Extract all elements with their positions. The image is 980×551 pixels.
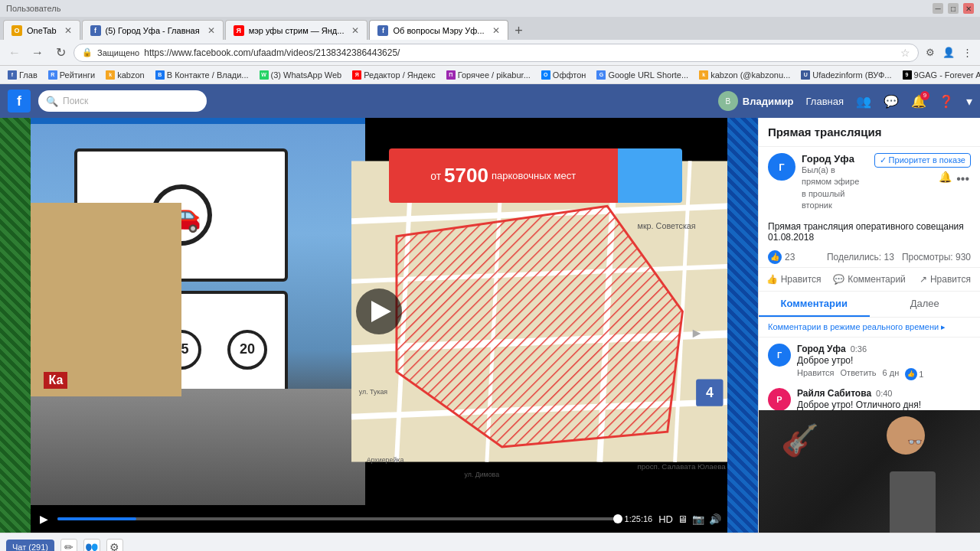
screen-icon[interactable]: 🖥	[678, 514, 688, 525]
bookmark-main[interactable]: f Глав	[5, 69, 41, 81]
camera-icon[interactable]: 📷	[692, 514, 704, 525]
chat-edit-button[interactable]: ✏	[60, 539, 77, 552]
play-pause-button[interactable]: ▶	[37, 511, 51, 527]
reload-button[interactable]: ↻	[51, 43, 70, 63]
minimize-button[interactable]: ─	[933, 3, 943, 14]
browser-chrome: Пользователь ─ □ ✕ O OneTab ✕ f (5) Горо…	[0, 0, 980, 84]
tab-close-yandex[interactable]: ✕	[351, 25, 359, 36]
volume-icon[interactable]: 🔊	[709, 514, 721, 525]
messages-icon[interactable]: 💬	[884, 94, 899, 109]
tab-facebook-main[interactable]: f (5) Город Уфа - Главная ✕	[82, 20, 224, 40]
help-icon[interactable]: ❓	[939, 94, 954, 109]
main-content: 🚗 10 15 20 Ка	[0, 118, 980, 533]
comment-button[interactable]: 💬 Комментарий	[828, 269, 910, 289]
bookmark-pikabu[interactable]: П Горячее / pikabur...	[443, 69, 534, 81]
bookmark-ratings[interactable]: R Рейтинги	[45, 69, 99, 81]
share-button[interactable]: ↗ Нравится	[910, 269, 980, 289]
page-meta-line3: в прошлый вторник	[802, 189, 844, 210]
tab-close-fb-video[interactable]: ✕	[492, 25, 500, 36]
realtime-notice[interactable]: Комментарии в режиме реального времени ▸	[759, 318, 980, 337]
tab-comments[interactable]: Комментарии	[759, 292, 870, 317]
bookmark-whatsapp[interactable]: W (3) WhatsApp Web	[256, 69, 345, 81]
control-icons: HD 🖥 📷 🔊	[658, 514, 721, 525]
maximize-button[interactable]: □	[948, 3, 959, 14]
tab-favicon-onetab: O	[11, 25, 22, 36]
chat-settings-button[interactable]: ⚙	[106, 539, 123, 552]
facebook-logo[interactable]: f	[8, 90, 31, 112]
comment-date-1: 6 дн	[883, 368, 900, 380]
more-options-icon[interactable]: •••	[955, 171, 971, 187]
back-button[interactable]: ←	[5, 43, 24, 63]
facebook-nav: f 🔍 Поиск В Владимир Главная 👥 💬 🔔 9 ❓ ▾	[0, 84, 980, 118]
prioritize-button[interactable]: ✓ Приоритет в показе	[874, 153, 971, 168]
bookmark-star-icon[interactable]: ☆	[900, 47, 910, 59]
bookmark-google-url[interactable]: G Google URL Shorte...	[593, 69, 691, 81]
tab-next[interactable]: Далее	[870, 292, 981, 317]
webcam-content: 🎸 👓	[759, 410, 980, 533]
progress-fill	[57, 517, 136, 520]
tab-close-onetab[interactable]: ✕	[64, 25, 72, 36]
comment-time-2: 0:40	[876, 389, 892, 398]
bookmark-label-vk: В Контакте / Влади...	[167, 70, 249, 80]
home-nav-link[interactable]: Главная	[806, 96, 844, 107]
page-info: Г Город Уфа Был(а) в прямом эфире в прош…	[759, 147, 980, 218]
comment-author-1[interactable]: Город Уфа	[797, 344, 846, 354]
video-right-panel: мкр. Советская просп. Салавата Юлаева Ар…	[351, 118, 727, 505]
tab-onetab[interactable]: O OneTab ✕	[3, 20, 80, 40]
search-placeholder: Поиск	[63, 96, 88, 106]
user-name-nav: Владимир	[743, 96, 794, 107]
comment-avatar-2[interactable]: Р	[768, 388, 791, 410]
extensions-icon[interactable]: ⚙	[922, 44, 939, 61]
bookmark-offton[interactable]: О Оффтон	[538, 69, 590, 81]
bookmark-ufadez[interactable]: U Ufadezinform (ВУФ...	[798, 69, 894, 81]
account-icon[interactable]: 👤	[940, 44, 957, 61]
chat-button[interactable]: Чат (291)	[6, 540, 54, 552]
comment-avatar-1[interactable]: Г	[768, 344, 791, 367]
share-label: Нравится	[930, 274, 971, 285]
comment-icon: 💬	[833, 274, 844, 285]
guitar-icon: 🎸	[781, 422, 819, 458]
reactions-count: 23	[785, 252, 795, 262]
bookmark-yandex-edit[interactable]: Я Редактор / Яндекс	[349, 69, 439, 81]
page-avatar[interactable]: Г	[768, 153, 795, 181]
bookmark-9gag[interactable]: 9 9GAG - Forever Alo...	[900, 69, 980, 81]
svg-text:ул. Димова: ул. Димова	[464, 471, 499, 478]
address-bar[interactable]: 🔒 Защищено https://www.facebook.com/ufaa…	[74, 44, 919, 62]
tab-facebook-video[interactable]: f Об вопросы Мэру Уф... ✕	[369, 20, 508, 40]
user-profile-nav[interactable]: В Владимир	[718, 91, 794, 111]
comment-author-2[interactable]: Райля Сабитова	[797, 388, 871, 399]
progress-dot	[613, 514, 622, 523]
menu-icon[interactable]: ⋮	[959, 44, 975, 61]
forward-button[interactable]: →	[28, 43, 47, 63]
parking-callout: от 5700 парковочных мест	[389, 148, 682, 203]
page-name[interactable]: Город Уфа	[802, 153, 868, 165]
comment-like-1[interactable]: Нравится	[797, 368, 835, 380]
comment-item-2: Р Райля Сабитова 0:40 Доброе утро! Отлич…	[768, 388, 971, 410]
facebook-search-bar[interactable]: 🔍 Поиск	[38, 90, 207, 112]
bell-icon[interactable]: 🔔	[939, 171, 952, 187]
bookmark-vk[interactable]: В В Контакте / Влади...	[152, 69, 252, 81]
play-triangle-icon	[371, 301, 391, 322]
speed-20: 20	[227, 330, 267, 370]
close-button[interactable]: ✕	[963, 3, 974, 14]
shares-views: Поделились: 13 Просмотры: 930	[827, 252, 971, 262]
friends-icon[interactable]: 👥	[856, 94, 871, 109]
tab-yandex[interactable]: Я мэр уфы стрим — Янд... ✕	[225, 20, 368, 40]
tab-close-fb-main[interactable]: ✕	[207, 25, 215, 36]
progress-bar[interactable]	[57, 517, 619, 520]
bookmark-icon-yandex-edit: Я	[352, 70, 361, 80]
notifications-icon[interactable]: 🔔 9	[911, 94, 926, 109]
account-menu-icon[interactable]: ▾	[966, 94, 972, 109]
play-button[interactable]	[356, 289, 402, 334]
bookmark-kabzon[interactable]: k kabzon	[103, 69, 147, 81]
chat-users-button[interactable]: 👥	[83, 539, 100, 552]
nav-icons: ⚙ 👤 ⋮	[922, 44, 975, 61]
bookmark-label-kabzon2: kabzon (@kabzonu...	[710, 70, 790, 80]
building-background	[31, 203, 181, 396]
bookmark-icon-9gag: 9	[903, 70, 912, 80]
bottom-bar: Чат (291) ✏ 👥 ⚙	[0, 533, 980, 551]
bookmark-kabzon2[interactable]: k kabzon (@kabzonu...	[696, 69, 793, 81]
comment-reply-1[interactable]: Ответить	[841, 368, 877, 380]
like-button[interactable]: 👍 Нравится	[759, 269, 828, 289]
new-tab-button[interactable]: +	[510, 21, 528, 40]
